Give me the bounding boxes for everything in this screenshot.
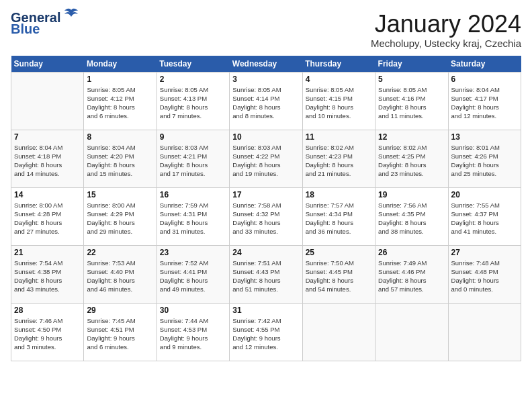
logo: General Blue: [11, 11, 79, 37]
calendar-cell: 16Sunrise: 7:59 AM Sunset: 4:31 PM Dayli…: [157, 187, 229, 245]
week-row-4: 21Sunrise: 7:54 AM Sunset: 4:38 PM Dayli…: [11, 245, 521, 303]
weekday-header-monday: Monday: [84, 56, 157, 73]
weekday-header-thursday: Thursday: [302, 56, 375, 73]
calendar-cell: 27Sunrise: 7:48 AM Sunset: 4:48 PM Dayli…: [448, 245, 521, 303]
day-info: Sunrise: 7:42 AM Sunset: 4:55 PM Dayligh…: [232, 316, 299, 352]
day-number: 19: [378, 190, 445, 199]
calendar-cell: 21Sunrise: 7:54 AM Sunset: 4:38 PM Dayli…: [11, 245, 84, 303]
calendar-subtitle: Mecholupy, Ustecky kraj, Czechia: [371, 38, 521, 49]
calendar-cell: 3Sunrise: 8:05 AM Sunset: 4:14 PM Daylig…: [230, 72, 302, 130]
weekday-header-row: SundayMondayTuesdayWednesdayThursdayFrid…: [11, 56, 521, 73]
day-number: 14: [14, 190, 81, 199]
day-number: 20: [451, 190, 518, 199]
calendar-cell: 22Sunrise: 7:53 AM Sunset: 4:40 PM Dayli…: [84, 245, 157, 303]
weekday-header-sunday: Sunday: [11, 56, 84, 73]
day-number: 6: [451, 75, 518, 84]
week-row-2: 7Sunrise: 8:04 AM Sunset: 4:18 PM Daylig…: [11, 130, 521, 187]
calendar-cell: 5Sunrise: 8:05 AM Sunset: 4:16 PM Daylig…: [375, 72, 448, 130]
day-number: 25: [306, 248, 372, 257]
day-number: 18: [306, 190, 372, 199]
calendar-cell: 29Sunrise: 7:45 AM Sunset: 4:51 PM Dayli…: [84, 303, 157, 361]
day-info: Sunrise: 8:03 AM Sunset: 4:21 PM Dayligh…: [160, 143, 226, 179]
calendar-cell: 9Sunrise: 8:03 AM Sunset: 4:21 PM Daylig…: [157, 130, 229, 187]
calendar-cell: 28Sunrise: 7:46 AM Sunset: 4:50 PM Dayli…: [11, 303, 84, 361]
logo-blue: Blue: [11, 21, 40, 37]
day-info: Sunrise: 7:48 AM Sunset: 4:48 PM Dayligh…: [451, 259, 518, 294]
day-number: 12: [378, 132, 445, 142]
week-row-1: 1Sunrise: 8:05 AM Sunset: 4:12 PM Daylig…: [11, 72, 521, 130]
day-info: Sunrise: 8:04 AM Sunset: 4:17 PM Dayligh…: [451, 85, 518, 121]
day-info: Sunrise: 7:52 AM Sunset: 4:41 PM Dayligh…: [160, 259, 226, 294]
day-number: 29: [87, 306, 153, 315]
day-number: 22: [87, 248, 153, 257]
calendar-cell: [11, 72, 84, 130]
day-info: Sunrise: 8:02 AM Sunset: 4:25 PM Dayligh…: [378, 143, 445, 179]
calendar-cell: 31Sunrise: 7:42 AM Sunset: 4:55 PM Dayli…: [230, 303, 302, 361]
day-info: Sunrise: 7:53 AM Sunset: 4:40 PM Dayligh…: [87, 259, 153, 294]
weekday-header-wednesday: Wednesday: [230, 56, 302, 73]
day-info: Sunrise: 7:49 AM Sunset: 4:46 PM Dayligh…: [378, 259, 445, 294]
day-info: Sunrise: 8:00 AM Sunset: 4:29 PM Dayligh…: [87, 201, 153, 236]
day-info: Sunrise: 8:05 AM Sunset: 4:12 PM Dayligh…: [87, 85, 153, 121]
day-info: Sunrise: 7:46 AM Sunset: 4:50 PM Dayligh…: [14, 316, 81, 352]
calendar-cell: 4Sunrise: 8:05 AM Sunset: 4:15 PM Daylig…: [302, 72, 375, 130]
calendar-cell: 11Sunrise: 8:02 AM Sunset: 4:23 PM Dayli…: [302, 130, 375, 187]
calendar-cell: 8Sunrise: 8:04 AM Sunset: 4:20 PM Daylig…: [84, 130, 157, 187]
header: General Blue January 2024 Mecholupy, Ust…: [11, 11, 521, 49]
calendar-cell: 7Sunrise: 8:04 AM Sunset: 4:18 PM Daylig…: [11, 130, 84, 187]
calendar-cell: [448, 303, 521, 361]
week-row-5: 28Sunrise: 7:46 AM Sunset: 4:50 PM Dayli…: [11, 303, 521, 361]
calendar-cell: 15Sunrise: 8:00 AM Sunset: 4:29 PM Dayli…: [84, 187, 157, 245]
day-number: 16: [160, 190, 226, 199]
calendar-cell: 23Sunrise: 7:52 AM Sunset: 4:41 PM Dayli…: [157, 245, 229, 303]
bird-icon: [63, 7, 79, 21]
day-info: Sunrise: 7:55 AM Sunset: 4:37 PM Dayligh…: [451, 201, 518, 236]
calendar-cell: 18Sunrise: 7:57 AM Sunset: 4:34 PM Dayli…: [302, 187, 375, 245]
week-row-3: 14Sunrise: 8:00 AM Sunset: 4:28 PM Dayli…: [11, 187, 521, 245]
calendar-cell: 13Sunrise: 8:01 AM Sunset: 4:26 PM Dayli…: [448, 130, 521, 187]
day-number: 31: [232, 306, 299, 315]
day-info: Sunrise: 8:05 AM Sunset: 4:13 PM Dayligh…: [160, 85, 226, 121]
day-number: 23: [160, 248, 226, 257]
day-info: Sunrise: 7:59 AM Sunset: 4:31 PM Dayligh…: [160, 201, 226, 236]
day-info: Sunrise: 8:04 AM Sunset: 4:18 PM Dayligh…: [14, 143, 81, 179]
calendar-cell: 24Sunrise: 7:51 AM Sunset: 4:43 PM Dayli…: [230, 245, 302, 303]
calendar-cell: 20Sunrise: 7:55 AM Sunset: 4:37 PM Dayli…: [448, 187, 521, 245]
day-info: Sunrise: 8:02 AM Sunset: 4:23 PM Dayligh…: [306, 143, 372, 179]
calendar-cell: [302, 303, 375, 361]
day-info: Sunrise: 8:00 AM Sunset: 4:28 PM Dayligh…: [14, 201, 81, 236]
day-number: 26: [378, 248, 445, 257]
day-number: 8: [87, 132, 153, 142]
day-info: Sunrise: 7:56 AM Sunset: 4:35 PM Dayligh…: [378, 201, 445, 236]
day-info: Sunrise: 7:50 AM Sunset: 4:45 PM Dayligh…: [306, 259, 372, 294]
calendar-cell: 6Sunrise: 8:04 AM Sunset: 4:17 PM Daylig…: [448, 72, 521, 130]
calendar-cell: 30Sunrise: 7:44 AM Sunset: 4:53 PM Dayli…: [157, 303, 229, 361]
day-number: 27: [451, 248, 518, 257]
day-info: Sunrise: 7:57 AM Sunset: 4:34 PM Dayligh…: [306, 201, 372, 236]
calendar-cell: 25Sunrise: 7:50 AM Sunset: 4:45 PM Dayli…: [302, 245, 375, 303]
day-number: 15: [87, 190, 153, 199]
day-number: 3: [232, 75, 299, 84]
title-block: January 2024 Mecholupy, Ustecky kraj, Cz…: [371, 11, 521, 49]
weekday-header-friday: Friday: [375, 56, 448, 73]
calendar-cell: 1Sunrise: 8:05 AM Sunset: 4:12 PM Daylig…: [84, 72, 157, 130]
calendar-cell: 12Sunrise: 8:02 AM Sunset: 4:25 PM Dayli…: [375, 130, 448, 187]
day-number: 5: [378, 75, 445, 84]
day-number: 21: [14, 248, 81, 257]
day-number: 30: [160, 306, 226, 315]
day-number: 13: [451, 132, 518, 142]
day-info: Sunrise: 7:45 AM Sunset: 4:51 PM Dayligh…: [87, 316, 153, 352]
day-info: Sunrise: 8:04 AM Sunset: 4:20 PM Dayligh…: [87, 143, 153, 179]
day-info: Sunrise: 7:51 AM Sunset: 4:43 PM Dayligh…: [232, 259, 299, 294]
weekday-header-tuesday: Tuesday: [157, 56, 229, 73]
calendar-cell: 10Sunrise: 8:03 AM Sunset: 4:22 PM Dayli…: [230, 130, 302, 187]
calendar-cell: 19Sunrise: 7:56 AM Sunset: 4:35 PM Dayli…: [375, 187, 448, 245]
day-info: Sunrise: 8:05 AM Sunset: 4:15 PM Dayligh…: [306, 85, 372, 121]
calendar-table: SundayMondayTuesdayWednesdayThursdayFrid…: [11, 56, 521, 361]
day-number: 2: [160, 75, 226, 84]
calendar-cell: 14Sunrise: 8:00 AM Sunset: 4:28 PM Dayli…: [11, 187, 84, 245]
day-info: Sunrise: 8:01 AM Sunset: 4:26 PM Dayligh…: [451, 143, 518, 179]
day-info: Sunrise: 7:58 AM Sunset: 4:32 PM Dayligh…: [232, 201, 299, 236]
calendar-title: January 2024: [371, 11, 521, 38]
day-number: 1: [87, 75, 153, 84]
